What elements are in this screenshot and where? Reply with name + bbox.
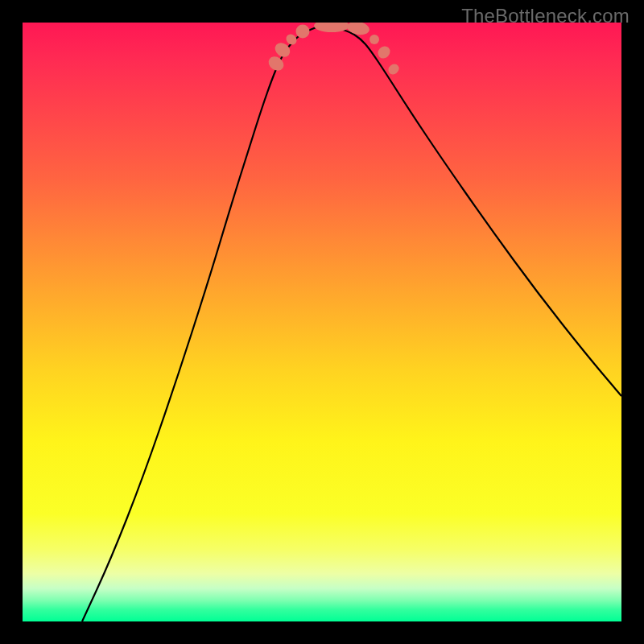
watermark-text: TheBottleneck.com (461, 5, 630, 27)
plot-area (23, 23, 621, 621)
chart-frame: TheBottleneck.com (0, 0, 644, 644)
bead-6 (369, 35, 379, 44)
beads-svg (23, 23, 621, 621)
bead-4 (314, 23, 349, 32)
bead-3 (296, 25, 310, 39)
bead-5 (346, 23, 370, 36)
bead-7 (375, 43, 392, 60)
bead-8 (386, 62, 401, 76)
beads-group (266, 23, 401, 76)
